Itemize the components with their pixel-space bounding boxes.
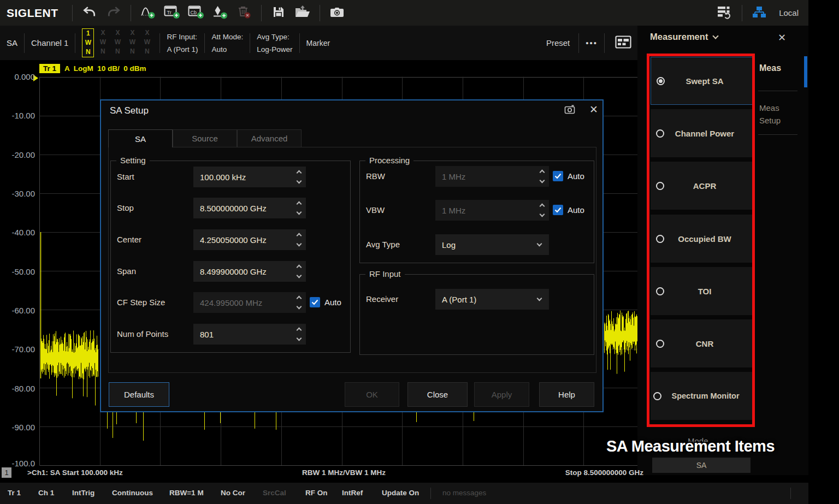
radio-icon[interactable]	[656, 340, 664, 348]
channel-selector[interactable]: Channel 1	[31, 38, 68, 48]
app-window: SIGLENT Tr Cb	[0, 0, 839, 504]
att-mode-label: Att Mode:	[211, 33, 243, 41]
screenshot-button[interactable]	[325, 2, 349, 25]
channel-bar-sa-tab[interactable]: SA	[7, 38, 17, 48]
avg-type-select[interactable]: Log	[435, 234, 549, 255]
redo-button[interactable]	[102, 2, 126, 25]
trace-col[interactable]: X W N	[111, 28, 123, 57]
cf-auto-checkbox[interactable]: Auto	[310, 297, 341, 307]
add-trace-button[interactable]	[136, 2, 160, 25]
spinner	[297, 229, 301, 250]
spin-down-icon[interactable]	[540, 212, 545, 217]
window-arrange-button[interactable]	[713, 2, 737, 25]
rf-input-field[interactable]: RF Input: A (Port 1)	[167, 33, 198, 54]
delete-button[interactable]	[232, 2, 256, 25]
start-input[interactable]: 100.000 kHz	[193, 167, 306, 187]
channel-bar: SA Channel 1 1 W N X W N X W N X W N	[0, 26, 637, 60]
spin-up-icon[interactable]	[297, 201, 302, 207]
panel-close-button[interactable]: ✕	[778, 32, 786, 44]
spin-down-icon[interactable]	[297, 336, 302, 341]
radio-icon[interactable]	[656, 287, 664, 295]
trace-col[interactable]: X W N	[126, 28, 138, 57]
checkbox-checked-icon[interactable]	[553, 171, 563, 181]
radio-icon[interactable]	[656, 182, 664, 190]
defaults-button[interactable]: Defaults	[109, 382, 169, 407]
save-button[interactable]	[267, 2, 291, 25]
add-marker-button[interactable]	[208, 2, 232, 25]
annotation-text: SA Measurement Items	[600, 437, 781, 455]
meas-item-acpr[interactable]: ACPR	[651, 162, 753, 210]
info-rbw-vbw-text: RBW 1 MHz/VBW 1 MHz	[302, 469, 386, 477]
rbw-auto-checkbox[interactable]: Auto	[553, 171, 584, 181]
open-file-button[interactable]	[291, 2, 315, 25]
trace-cell: N	[101, 47, 105, 56]
att-mode-field[interactable]: Att Mode: Auto	[211, 33, 243, 54]
close-button[interactable]: Close	[407, 382, 468, 407]
dialog-close-button[interactable]: ✕	[587, 103, 600, 116]
status-rbw: RBW=1 M	[169, 489, 204, 497]
radio-icon[interactable]	[656, 129, 664, 138]
trace-status-grid[interactable]: 1 W N X W N X W N X W N X W N	[82, 28, 153, 57]
rf-input-value: A (Port 1)	[167, 45, 198, 54]
meas-item-swept-sa[interactable]: Swept SA	[651, 57, 753, 105]
undo-button[interactable]	[78, 2, 102, 25]
center-input[interactable]: 4.250050000 GHz	[193, 229, 306, 250]
num-points-input[interactable]: 801	[193, 324, 306, 345]
receiver-select[interactable]: A (Port 1)	[435, 289, 549, 310]
trace-col[interactable]: X W N	[97, 28, 109, 57]
radio-icon[interactable]	[656, 235, 664, 243]
trace-col[interactable]: X W N	[141, 28, 153, 57]
spin-up-icon[interactable]	[297, 328, 302, 333]
tab-sa[interactable]: SA	[108, 129, 173, 147]
meas-item-spectrum-monitor[interactable]: Spectrum Monitor	[651, 372, 753, 420]
spin-down-icon[interactable]	[540, 178, 545, 183]
spin-up-icon[interactable]	[297, 170, 302, 176]
help-button[interactable]: Help	[539, 382, 594, 407]
channel-bar-divider	[159, 33, 160, 53]
marker-button[interactable]: Marker	[306, 39, 330, 48]
window-layout-button[interactable]	[611, 32, 635, 55]
mode-sa-button[interactable]: SA	[652, 458, 751, 473]
toolbar-divider	[742, 5, 742, 21]
more-options-button[interactable]: •••	[586, 38, 598, 48]
checkbox-checked-icon[interactable]	[310, 297, 320, 307]
tab-source[interactable]: Source	[173, 129, 237, 147]
tab-advanced[interactable]: Advanced	[237, 129, 302, 147]
add-trace-window-button[interactable]: Tr	[160, 2, 184, 25]
stop-input[interactable]: 8.500000000 GHz	[193, 198, 306, 218]
meas-item-toi[interactable]: TOI	[651, 267, 753, 315]
side-tab-meas[interactable]: Meas	[759, 63, 781, 73]
auto-label: Auto	[568, 205, 584, 215]
spin-down-icon[interactable]	[297, 210, 302, 215]
checkbox-checked-icon[interactable]	[553, 205, 563, 215]
spin-down-icon[interactable]	[297, 179, 302, 184]
spin-down-icon[interactable]	[297, 273, 302, 278]
meas-item-occupied-bw[interactable]: Occupied BW	[651, 215, 753, 263]
spin-up-icon[interactable]	[297, 265, 302, 270]
measurement-dropdown[interactable]: Measurement	[650, 32, 718, 42]
spin-up-icon[interactable]	[297, 233, 302, 239]
avg-type-field[interactable]: Avg Type: Log-Power	[257, 33, 292, 54]
status-divider	[430, 488, 431, 499]
trace-badge[interactable]: Tr 1	[39, 64, 60, 73]
stop-label: Stop	[117, 203, 134, 212]
y-axis-label: -90.00	[0, 423, 35, 432]
spin-up-icon[interactable]	[540, 204, 545, 209]
span-input[interactable]: 8.499900000 GHz	[193, 261, 306, 282]
side-tab-meas-setup[interactable]: Meas Setup	[759, 102, 781, 127]
spin-down-icon[interactable]	[297, 304, 302, 310]
meas-item-channel-power[interactable]: Channel Power	[651, 109, 753, 157]
spin-down-icon[interactable]	[297, 241, 302, 247]
vbw-label: VBW	[366, 205, 385, 215]
meas-item-cnr[interactable]: CNR	[651, 319, 753, 367]
dialog-screenshot-button[interactable]	[564, 105, 576, 117]
trace-col-active[interactable]: 1 W N	[82, 28, 94, 57]
preset-button[interactable]: Preset	[544, 38, 572, 48]
spin-up-icon[interactable]	[540, 170, 545, 175]
radio-selected-icon[interactable]	[657, 77, 665, 85]
network-button[interactable]	[747, 2, 771, 25]
vbw-auto-checkbox[interactable]: Auto	[553, 205, 584, 215]
y-axis-label: -10.00	[0, 111, 35, 120]
spin-up-icon[interactable]	[297, 296, 302, 301]
add-channel-button[interactable]: Cb	[184, 2, 208, 25]
